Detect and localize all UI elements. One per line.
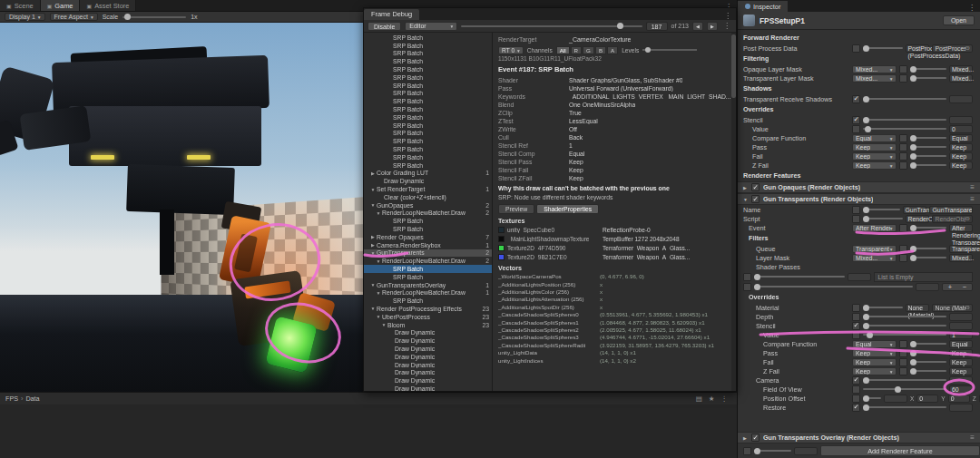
slider[interactable] — [863, 388, 946, 390]
frame-event-row[interactable]: ▼ RenderLoopNewBatcher.Draw 2 — [364, 210, 492, 218]
frame-event-row[interactable]: ▶ Camera.RenderSkybox 1 — [364, 241, 492, 249]
drag-handle-icon[interactable]: ≡ — [970, 183, 975, 191]
inspector-row[interactable]: Post Process Data PostProcessData (PostP… — [738, 44, 980, 53]
list-add-remove[interactable]: +− — [942, 283, 973, 291]
slider-knob[interactable] — [863, 404, 869, 411]
checkbox[interactable] — [852, 404, 860, 412]
inspector-row[interactable]: Z Fail Keep Keep Keep⊙ Keep X Y Z Z — [738, 366, 980, 375]
inspector-row[interactable]: Filters ⊙ X Y Z Filters — [738, 232, 980, 244]
checkbox[interactable] — [852, 385, 860, 394]
channel-button[interactable]: B — [595, 46, 606, 54]
frame-event-row[interactable]: ▼ Set RenderTarget 1 — [364, 185, 492, 193]
slider[interactable] — [910, 343, 947, 345]
frame-event-row[interactable]: ▼ RenderLoopNewBatcher.Draw 2 — [364, 257, 492, 265]
slider-value-field[interactable]: After Rendering Transparents — [949, 224, 973, 232]
slider-value-field[interactable] — [949, 404, 973, 412]
inspector-row[interactable]: Field Of View 60 60 60⊙ 60 X Y Z Fi — [738, 385, 980, 394]
slider-knob[interactable] — [910, 368, 916, 375]
object-field[interactable]: PostProcessData (PostProcessData)⊙ — [932, 44, 974, 53]
frame-debug-tab[interactable]: Frame Debug — [364, 9, 419, 20]
slider-value-field[interactable] — [794, 447, 818, 455]
text-field[interactable]: GunTransparents — [929, 206, 974, 214]
slider[interactable] — [910, 68, 947, 70]
inspector-row[interactable]: Filtering ⊙ X Y Z Filtering — [738, 53, 980, 64]
checkbox[interactable] — [899, 65, 907, 73]
channel-button[interactable]: All — [556, 46, 570, 54]
menu-icon[interactable]: ⋮ — [720, 12, 736, 20]
slider-value-field[interactable]: Keep — [949, 143, 973, 151]
frame-event-row[interactable]: SRP Batch — [364, 50, 492, 58]
checkbox[interactable] — [852, 395, 860, 403]
inspector-row[interactable]: Fail Keep Keep Keep⊙ Keep X Y Z Fai — [738, 151, 980, 161]
slider-value-field[interactable]: GunTransparents — [903, 206, 926, 214]
slider[interactable] — [863, 47, 903, 49]
foldout-arrow-icon[interactable]: ▼ — [375, 290, 382, 296]
frame-event-row[interactable]: Clear (color+Z+stencil) — [364, 193, 492, 201]
display-dropdown[interactable]: Display 1 — [5, 13, 45, 21]
dropdown[interactable]: Equal — [852, 340, 897, 348]
frame-event-row[interactable]: ▶ Render Opaques 7 — [364, 233, 492, 241]
slider-value-field[interactable]: Mixed... — [949, 74, 973, 83]
object-picker-icon[interactable]: ⊙ — [965, 304, 972, 311]
foldout-arrow-icon[interactable]: ▼ — [369, 306, 377, 311]
slider[interactable] — [863, 397, 881, 399]
frame-current-field[interactable]: 187 — [646, 22, 668, 31]
add-button[interactable]: + — [948, 283, 952, 291]
checkbox[interactable] — [852, 322, 860, 330]
foldout-arrow-icon[interactable]: ▶ — [743, 435, 751, 441]
inspector-row[interactable]: Compare Function Equal Equal Equal⊙ Equa… — [738, 339, 980, 348]
slider[interactable] — [910, 248, 947, 249]
inspector-row[interactable]: Overrides ⊙ X Y Z Overrides — [738, 103, 980, 115]
channel-button[interactable]: G — [583, 46, 594, 54]
texture-row[interactable]: _MainLightShadowmapTexture TempBuffer 12… — [498, 235, 731, 244]
inspector-row[interactable]: ▼ Gun Transparents (Render Objects) ⊙ X … — [738, 193, 980, 205]
dropdown[interactable]: Keep — [852, 367, 897, 375]
checkbox[interactable] — [899, 358, 907, 366]
slider[interactable] — [863, 325, 946, 326]
checkbox[interactable] — [899, 143, 907, 151]
checkbox[interactable] — [852, 304, 860, 312]
slider-knob[interactable] — [910, 144, 916, 151]
slider-knob[interactable] — [910, 225, 916, 231]
drag-handle-icon[interactable]: ≡ — [970, 434, 975, 442]
star-icon[interactable]: ★ — [709, 395, 715, 403]
object-picker-icon[interactable]: ⊙ — [965, 44, 972, 52]
inspector-row[interactable]: Event After Rendering Transparents After… — [738, 223, 980, 232]
foldout-arrow-icon[interactable]: ▶ — [743, 185, 751, 190]
slider-knob[interactable] — [910, 75, 916, 82]
checkbox[interactable] — [852, 206, 860, 214]
frame-event-row[interactable]: Draw Dynamic — [364, 336, 492, 345]
slider-knob[interactable] — [910, 66, 916, 73]
inspector-row[interactable]: Fail Keep Keep Keep⊙ Keep X Y Z Fai — [738, 357, 980, 366]
inspector-row[interactable]: Script RenderObjects RenderObjects Rende… — [738, 214, 980, 223]
frame-event-row[interactable]: SRP Batch — [364, 97, 492, 105]
slider[interactable] — [910, 352, 947, 354]
levels-slider[interactable] — [642, 49, 697, 51]
frame-event-row[interactable]: SRP Batch — [364, 265, 492, 273]
frame-event-row[interactable]: SRP Batch — [364, 42, 492, 50]
frame-event-row[interactable]: Draw Dynamic — [364, 376, 492, 385]
slider-knob[interactable] — [754, 274, 760, 280]
frame-event-row[interactable]: SRP Batch — [364, 225, 492, 233]
inspector-row[interactable]: Value 1 1 1⊙ 1 X Y Z Value — [738, 330, 980, 339]
slider-value-field[interactable] — [949, 376, 973, 385]
slider-knob[interactable] — [910, 359, 916, 365]
grid-icon[interactable]: ▤ — [696, 395, 702, 403]
slider-knob[interactable] — [910, 350, 916, 356]
checkbox[interactable] — [743, 447, 751, 455]
slider-value-field[interactable]: Keep — [949, 152, 973, 161]
texture-row[interactable]: Texture2D_9B21C7E0 Terraformer_Weapon_A_… — [498, 253, 731, 262]
checkbox[interactable] — [899, 349, 907, 357]
slider-knob[interactable] — [863, 117, 869, 123]
inspector-row[interactable]: Layer Mask Mixed... Mixed... Mixed...⊙ M… — [738, 253, 980, 262]
detail-tab[interactable]: Preview — [498, 204, 534, 214]
dropdown[interactable]: Mixed... — [852, 254, 897, 262]
frame-event-row[interactable]: Draw Dynamic — [364, 328, 492, 336]
slider-knob[interactable] — [867, 332, 873, 338]
inspector-row[interactable]: Renderer Features ⊙ X Y Z Render — [738, 170, 980, 181]
frame-slider[interactable] — [461, 25, 642, 27]
detail-tab[interactable]: ShaderProperties — [536, 204, 599, 214]
breadcrumb-folder[interactable]: Data — [25, 395, 39, 403]
checkbox[interactable] — [899, 134, 907, 142]
inspector-row[interactable]: Transparent Layer Mask Mixed... Mixed...… — [738, 73, 980, 83]
